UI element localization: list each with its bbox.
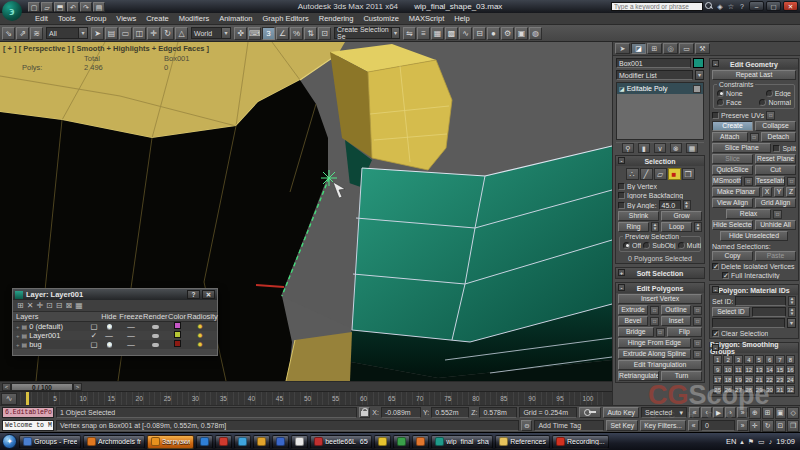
menu-create[interactable]: Create	[141, 13, 174, 25]
select-and-scale-icon[interactable]: △	[175, 27, 188, 40]
smoothing-group-2[interactable]: 2	[723, 355, 732, 364]
render-toggle[interactable]	[143, 331, 167, 340]
favorites-icon[interactable]: ☆	[726, 2, 736, 11]
attach-list-icon[interactable]: □	[750, 133, 759, 142]
expander-icon[interactable]: +	[16, 333, 20, 339]
smoothing-group-9[interactable]: 9	[713, 365, 722, 374]
viewport-label[interactable]: [ + ] [ Perspective ] [ Smooth + Highlig…	[3, 44, 209, 53]
tab-modify[interactable]: ◪	[631, 43, 646, 54]
select-and-move-icon[interactable]: ✛	[147, 27, 160, 40]
unlink-selection-icon[interactable]: ⇗	[16, 27, 29, 40]
current-layer-toggle[interactable]: ▢	[89, 322, 99, 331]
layer-row-0-default[interactable]: +▤0 (default)▢—✹	[13, 322, 217, 331]
go-to-end-button[interactable]: »	[737, 420, 748, 431]
window-crossing-icon[interactable]: ◫	[133, 27, 146, 40]
smoothing-group-31[interactable]: 31	[775, 385, 784, 394]
layer-dialog-help-button[interactable]: ?	[187, 290, 200, 299]
ring-spinner[interactable]: ▲▼	[651, 222, 659, 232]
paste-button[interactable]: Paste	[755, 251, 796, 261]
taskbar-item[interactable]	[272, 435, 289, 449]
material-editor-icon[interactable]: ●	[487, 27, 500, 40]
keyboard-shortcut-override-icon[interactable]: ⌨	[248, 27, 261, 40]
preview-subobj-radio[interactable]	[643, 242, 650, 249]
set-current-layer-icon[interactable]: ⊟	[56, 301, 63, 310]
taskbar-item[interactable]	[412, 435, 429, 449]
tessellate-button[interactable]: Tessellate	[755, 176, 785, 186]
menu-customize[interactable]: Customize	[358, 13, 403, 25]
percent-snap-icon[interactable]: %	[290, 27, 303, 40]
taskbar-item[interactable]	[374, 435, 391, 449]
unhide-all-button[interactable]: Unhide All	[755, 220, 796, 230]
align-icon[interactable]: ≡	[417, 27, 430, 40]
loop-spinner[interactable]: ▲▼	[694, 222, 702, 232]
planar-x-button[interactable]: X	[762, 187, 772, 197]
configure-modifier-sets-icon[interactable]: ▦	[686, 143, 698, 153]
copy-button[interactable]: Copy	[712, 251, 753, 261]
radiosity-toggle[interactable]: ✹	[187, 340, 213, 349]
project-folder-icon[interactable]: ▤	[93, 2, 105, 12]
taskbar-item-archmodels-fro[interactable]: Archmodels fro...	[83, 435, 145, 449]
taskbar-item-references[interactable]: References	[495, 435, 550, 449]
attach-button[interactable]: Attach	[712, 132, 748, 142]
bevel-settings-icon[interactable]: □	[650, 317, 659, 326]
snaps-toggle-icon[interactable]: 3	[262, 27, 275, 40]
menu-help[interactable]: Help	[449, 13, 474, 25]
hide-selected-button[interactable]: Hide Selected	[712, 220, 753, 230]
bind-to-space-warp-icon[interactable]: ≋	[30, 27, 43, 40]
angle-snap-icon[interactable]: ∠	[276, 27, 289, 40]
previous-frame-button[interactable]: ‹	[701, 407, 712, 418]
hide-toggle[interactable]	[99, 322, 119, 331]
hide-toggle[interactable]	[99, 340, 119, 349]
menu-graph-editors[interactable]: Graph Editors	[258, 13, 314, 25]
rollout-edit-geometry-header[interactable]: - Edit Geometry	[710, 59, 798, 69]
insert-vertex-button[interactable]: Insert Vertex	[618, 294, 702, 304]
relax-button[interactable]: Relax	[726, 209, 771, 219]
material-id-dropdown-arrow-icon[interactable]: ▾	[787, 318, 796, 328]
taskbar-item[interactable]	[215, 435, 232, 449]
constraint-face-radio[interactable]	[717, 99, 724, 106]
modifier-list-arrow-icon[interactable]: ▾	[695, 70, 704, 80]
by-angle-spinner[interactable]: ▲▼	[683, 200, 691, 210]
freeze-toggle[interactable]: —	[119, 340, 143, 349]
planar-z-button[interactable]: Z	[786, 187, 796, 197]
by-angle-value-field[interactable]: 45.0	[659, 200, 681, 210]
constraint-normal-radio[interactable]	[759, 99, 766, 106]
grow-button[interactable]: Grow	[661, 211, 702, 221]
smoothing-group-7[interactable]: 7	[775, 355, 784, 364]
mini-curve-editor-button[interactable]: ∿	[1, 393, 17, 405]
spinner-snap-icon[interactable]: ⇅	[304, 27, 317, 40]
menu-views[interactable]: Views	[111, 13, 141, 25]
application-menu-logo-icon[interactable]: ϶	[2, 1, 22, 21]
render-toggle[interactable]	[143, 322, 167, 331]
slice-plane-button[interactable]: Slice Plane	[712, 143, 771, 153]
freeze-toggle[interactable]: —	[119, 322, 143, 331]
smoothing-group-24[interactable]: 24	[786, 375, 795, 384]
create-button[interactable]: Create	[712, 121, 753, 131]
previous-frame-arrow[interactable]: <	[2, 383, 11, 391]
detach-button[interactable]: Detach	[761, 132, 797, 142]
show-end-result-icon[interactable]: ▮	[638, 143, 650, 153]
smoothing-group-11[interactable]: 11	[734, 365, 743, 374]
msmooth-button[interactable]: MSmooth	[712, 176, 742, 186]
menu-maxscript[interactable]: MAXScript	[404, 13, 449, 25]
outline-settings-icon[interactable]: □	[693, 306, 702, 315]
selection-lock-toggle[interactable]	[359, 407, 370, 418]
zoom-extents-icon[interactable]: ▣	[775, 407, 787, 419]
layer-manager-icon[interactable]: ▦	[431, 27, 444, 40]
by-vertex-checkbox[interactable]	[618, 183, 625, 190]
smoothing-group-27[interactable]: 27	[734, 385, 743, 394]
selection-filter-dropdown-arrow-icon[interactable]: ▾	[78, 28, 87, 38]
subobject-edge-icon[interactable]: ╱	[640, 168, 653, 180]
smoothing-group-30[interactable]: 30	[765, 385, 774, 394]
collapse-button[interactable]: Collapse	[755, 121, 796, 131]
create-new-layer-icon[interactable]: ⊞	[17, 301, 24, 310]
stack-item-editable-poly[interactable]: ◪ Editable Poly	[617, 83, 703, 94]
object-name-field[interactable]: Box001	[616, 58, 691, 68]
smoothing-group-10[interactable]: 10	[723, 365, 732, 374]
smoothing-group-28[interactable]: 28	[744, 385, 753, 394]
remove-modifier-icon[interactable]: ⊗	[670, 143, 682, 153]
make-unique-icon[interactable]: ∨	[654, 143, 666, 153]
preview-multi-radio[interactable]	[678, 242, 685, 249]
smoothing-group-25[interactable]: 25	[713, 385, 722, 394]
set-id-field[interactable]	[735, 296, 786, 306]
